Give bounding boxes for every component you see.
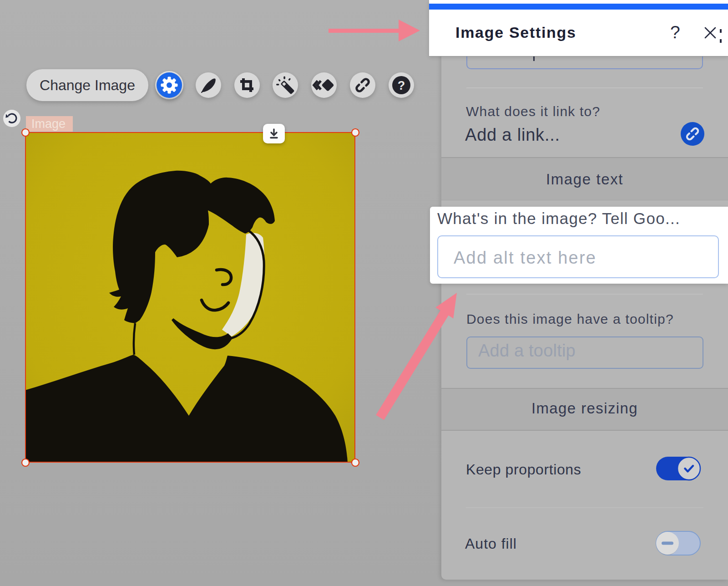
svg-text:?: ? bbox=[398, 79, 405, 92]
